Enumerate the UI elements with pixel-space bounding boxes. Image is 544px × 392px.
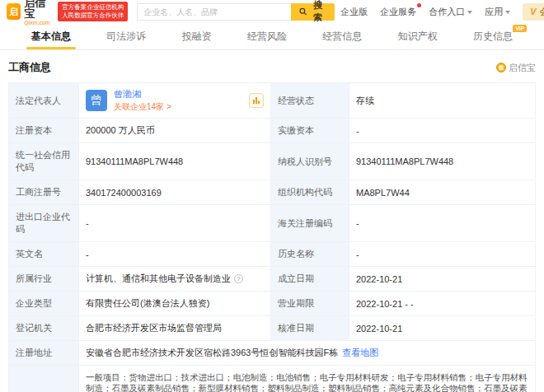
badge-line1: 官方备案企业征信机构 <box>62 3 124 12</box>
vip-privilege-label: 会员特权 <box>539 6 544 18</box>
legal-rep-label: 法定代表人 <box>9 83 79 118</box>
vip-privilege-button[interactable]: V 会员特权 <box>523 3 544 21</box>
row-label: 实缴资本 <box>271 119 349 142</box>
nav-apps[interactable]: 应用 <box>485 6 510 18</box>
tab-operation-risk-label: 经营风险 <box>247 30 287 44</box>
table-row: 企业类型 有限责任公司(港澳台法人独资) 营业期限 2022-10-21 - - <box>9 292 535 316</box>
row-value: 合肥市经济开发区市场监督管理局 <box>79 316 271 340</box>
table-row: 进出口企业代码 - 海关注册编码 - <box>9 205 535 242</box>
row-label: 组织机构代码 <box>271 180 349 204</box>
scope-value: 一般项目：货物进出口；技术进出口；电池制造；电池销售；电子专用材料研发；电子专用… <box>79 366 535 392</box>
row-value: 340172400003169 <box>79 180 271 204</box>
scope-label: 经营范围 <box>9 366 79 392</box>
qixin-logo-text: 启信宝 Qixin.com <box>24 0 52 26</box>
vip-badge: VIP <box>513 25 526 32</box>
tab-judicial-litigation-label: 司法涉诉 <box>106 30 146 44</box>
row-value: 2022-10-21 <box>349 267 535 291</box>
industry-text: 计算机、通信和其他电子设备制造业 <box>86 273 231 285</box>
watermark: 信 启信宝 <box>496 62 536 74</box>
tab-operation-info[interactable]: 经营信息 <box>322 23 362 49</box>
table-row-address: 注册地址 安徽省合肥市经济技术开发区宿松路3963号恒创智能科技园F栋 查看地图 <box>9 341 535 366</box>
table-row-business-scope: 经营范围 一般项目：货物进出口；技术进出口；电池制造；电池销售；电子专用材料研发… <box>9 366 535 392</box>
tab-intellectual-property-label: 知识产权 <box>398 30 438 44</box>
tab-basic-info[interactable]: 基本信息 <box>31 23 71 49</box>
row-value: - <box>349 242 535 266</box>
legal-rep-value: 曾 曾渤湘 关联企业14家 > <box>79 83 271 118</box>
row-label: 海关注册编码 <box>271 205 349 241</box>
legal-rep-avatar[interactable]: 曾 <box>86 90 107 111</box>
search-button-label: 搜索 <box>309 0 326 24</box>
info-question-icon[interactable]: ? <box>234 274 243 283</box>
nav-apps-label: 应用 <box>485 6 503 18</box>
row-label: 纳税人识别号 <box>271 143 349 180</box>
qixin-logo[interactable]: 启 启信宝 Qixin.com <box>7 0 52 26</box>
badge-line2: 人民数据官方合作伙伴 <box>62 12 124 20</box>
row-label: 登记机关 <box>9 316 79 340</box>
tab-judicial-litigation[interactable]: 司法涉诉 <box>106 23 146 49</box>
row-value: - <box>349 119 535 142</box>
search-input[interactable] <box>137 3 291 21</box>
related-companies-link[interactable]: 关联企业14家 > <box>114 102 171 112</box>
tab-investment-financing[interactable]: 投融资 <box>182 23 212 49</box>
tab-basic-info-label: 基本信息 <box>31 30 71 44</box>
nav-enterprise-services-label: 企业服务 <box>380 6 416 18</box>
table-row: 工商注册号 340172400003169 组织机构代码 MA8PL7W44 <box>9 180 535 205</box>
tab-operation-info-label: 经营信息 <box>322 30 362 44</box>
row-value: 2022-10-21 - - <box>349 292 535 315</box>
nav-enterprise-edition-label: 企业版 <box>340 6 368 18</box>
nav-enterprise-edition[interactable]: 企业版 <box>340 6 368 18</box>
row-label: 企业类型 <box>9 292 79 315</box>
row-label: 英文名 <box>9 242 79 266</box>
row-label: 历史名称 <box>271 242 349 266</box>
table-row-legal-rep: 法定代表人 曾 曾渤湘 关联企业14家 > 经营状态 存续 <box>9 83 535 119</box>
top-header: 启 启信宝 Qixin.com 官方备案企业征信机构 人民数据官方合作伙伴 搜索… <box>0 0 544 23</box>
tab-intellectual-property[interactable]: 知识产权 <box>398 23 438 49</box>
tab-operation-risk[interactable]: 经营风险 <box>247 23 287 49</box>
top-nav: 企业版 企业服务 合作入口 应用 V 会员特权 <box>340 2 544 21</box>
search-box: 搜索 <box>137 3 335 21</box>
equity-structure-icon[interactable] <box>249 93 264 108</box>
page-title: 工商信息 <box>8 60 51 75</box>
table-row-industry: 所属行业 计算机、通信和其他电子设备制造业 ? 成立日期 2022-10-21 <box>9 267 535 292</box>
section-header: 工商信息 信 启信宝 <box>0 50 544 82</box>
row-value: - <box>349 205 535 241</box>
address-value: 安徽省合肥市经济技术开发区宿松路3963号恒创智能科技园F栋 查看地图 <box>79 341 535 365</box>
table-row: 登记机关 合肥市经济开发区市场监督管理局 核准日期 2022-10-21 <box>9 316 535 341</box>
notification-dot <box>417 3 421 7</box>
row-value: - <box>79 242 271 266</box>
row-value: MA8PL7W44 <box>349 180 535 204</box>
view-map-link[interactable]: 查看地图 <box>342 347 378 359</box>
row-label: 统一社会信用代码 <box>9 143 79 180</box>
row-label: 核准日期 <box>271 316 349 340</box>
table-row: 注册资本 200000 万人民币 实缴资本 - <box>9 119 535 143</box>
tab-history-info-label: 历史信息 <box>473 30 513 44</box>
row-value: 200000 万人民币 <box>79 119 271 142</box>
row-label: 进出口企业代码 <box>9 205 79 241</box>
legal-rep-info: 曾渤湘 关联企业14家 > <box>114 89 171 112</box>
watermark-label: 启信宝 <box>509 62 536 74</box>
qixin-logo-icon: 启 <box>7 3 21 20</box>
chevron-down-icon <box>467 11 472 14</box>
tab-history-info[interactable]: 历史信息 VIP <box>473 23 513 49</box>
nav-partner-entry-label: 合作入口 <box>429 6 465 18</box>
row-label: 所属行业 <box>9 267 79 291</box>
tab-investment-financing-label: 投融资 <box>182 30 212 44</box>
row-label: 成立日期 <box>271 267 349 291</box>
search-icon <box>299 7 307 16</box>
row-value: - <box>79 205 271 241</box>
address-label: 注册地址 <box>9 341 79 365</box>
legal-rep-name-link[interactable]: 曾渤湘 <box>114 89 171 100</box>
bar-chart-icon <box>252 96 260 105</box>
vip-v-icon: V <box>530 7 536 16</box>
nav-partner-entry[interactable]: 合作入口 <box>429 6 472 18</box>
tab-bar: 基本信息 司法涉诉 投融资 经营风险 经营信息 知识产权 历史信息 VIP <box>0 23 544 50</box>
business-info-table: 法定代表人 曾 曾渤湘 关联企业14家 > 经营状态 存续 注册资本 20000… <box>8 82 536 392</box>
nav-enterprise-services[interactable]: 企业服务 <box>380 6 416 18</box>
search-button[interactable]: 搜索 <box>291 3 335 21</box>
status-value: 存续 <box>349 83 535 118</box>
industry-value: 计算机、通信和其他电子设备制造业 ? <box>79 267 271 291</box>
table-row: 英文名 - 历史名称 - <box>9 242 535 267</box>
row-value: 91340111MA8PL7W448 <box>79 143 271 180</box>
row-value: 有限责任公司(港澳台法人独资) <box>79 292 271 315</box>
row-label: 营业期限 <box>271 292 349 315</box>
